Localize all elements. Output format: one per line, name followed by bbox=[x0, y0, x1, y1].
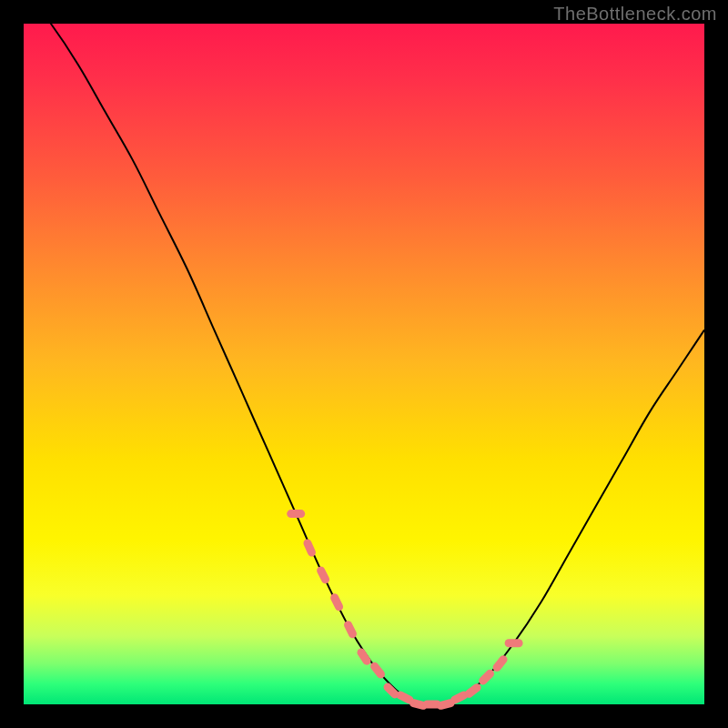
marker-point bbox=[356, 647, 373, 667]
chart-frame: TheBottleneck.com bbox=[0, 0, 728, 728]
highlight-markers bbox=[287, 510, 522, 711]
marker-point bbox=[302, 538, 317, 558]
plot-area bbox=[24, 24, 704, 704]
marker-point bbox=[316, 565, 331, 585]
curve-svg bbox=[24, 24, 704, 704]
marker-point bbox=[329, 592, 345, 612]
marker-point bbox=[505, 639, 523, 647]
marker-point bbox=[287, 510, 305, 518]
bottleneck-curve bbox=[24, 0, 704, 705]
attribution-text: TheBottleneck.com bbox=[553, 4, 717, 25]
marker-point bbox=[342, 620, 358, 640]
